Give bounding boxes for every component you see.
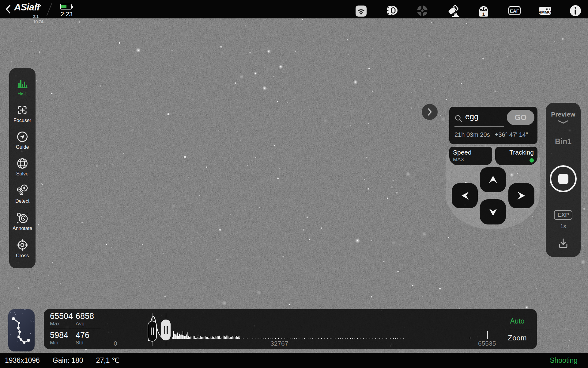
image-statistics: 65504Max 6858Avg 5984Min 476Std — [50, 312, 102, 346]
guide-camera-icon[interactable] — [415, 4, 429, 18]
histogram-icon — [16, 78, 28, 90]
sidebar-item-solve[interactable]: Solve — [16, 157, 28, 177]
capture-panel: Preview Bin1 EXP 1s — [546, 103, 581, 257]
stat-min-value: 5984 — [50, 331, 76, 340]
stat-avg-label: Avg — [76, 321, 101, 327]
histogram-panel: 65504Max 6858Avg 5984Min 476Std 0 32767 … — [44, 309, 537, 349]
wifi-station-icon[interactable] — [354, 4, 368, 18]
chevron-right-icon — [427, 108, 432, 116]
sidebar-label: Hist. — [17, 91, 27, 97]
slew-down-button[interactable] — [480, 199, 506, 224]
auto-zoom-divider — [503, 330, 532, 330]
tracking-toggle[interactable]: Tracking — [495, 147, 537, 165]
logo-wifi-arcs-icon — [34, 0, 42, 10]
sidebar-label: Detect — [15, 198, 29, 204]
crosshair-icon — [16, 239, 29, 251]
sidebar-item-guide[interactable]: Guide — [16, 131, 29, 150]
sidebar-label: Guide — [16, 144, 29, 150]
speed-value: MAX — [453, 157, 488, 163]
mode-selector[interactable]: Preview — [546, 111, 581, 118]
detect-stars-icon — [16, 184, 29, 197]
target-coordinates: 21h 03m 20s +36° 47' 14" — [454, 131, 528, 138]
coordinate-ra: 21h 03m 20s — [454, 131, 490, 138]
mount-telescope-icon[interactable] — [446, 4, 460, 18]
black-point-slider[interactable] — [148, 321, 157, 342]
goto-search-panel: GO 21h 03m 20s +36° 47' 14" — [449, 107, 537, 144]
speed-label: Speed — [453, 149, 488, 156]
sidebar-label: Solve — [16, 171, 28, 177]
sidebar-item-histogram[interactable]: Hist. — [16, 78, 28, 97]
sidebar-item-annotate[interactable]: Annotate — [13, 211, 32, 231]
tool-sidebar: Hist. Focuser Guide Solve Detect Annotat… — [9, 68, 36, 268]
tracking-label: Tracking — [499, 149, 534, 156]
topbar-divider — [46, 3, 52, 16]
sidebar-item-cross[interactable]: Cross — [16, 239, 29, 259]
arrow-right-icon — [517, 190, 526, 201]
axis-tick-max: 65535 — [478, 340, 496, 347]
sidebar-label: Cross — [16, 253, 29, 259]
main-camera-icon[interactable] — [385, 4, 399, 18]
bin-setting[interactable]: Bin1 — [546, 137, 581, 146]
logo-text-a: ASi — [14, 2, 29, 13]
search-icon — [454, 114, 462, 124]
chevron-down-icon — [557, 120, 569, 125]
back-icon[interactable] — [4, 4, 12, 14]
filter-wheel-icon[interactable]: 1 — [477, 4, 491, 18]
temperature-readout: 27,1 ℃ — [96, 356, 120, 365]
battery-icon — [60, 4, 72, 10]
svg-text:1: 1 — [482, 11, 485, 17]
stat-max-label: Max — [50, 321, 76, 327]
histogram-plot — [44, 309, 537, 349]
stats-divider — [50, 329, 101, 329]
zoom-histogram-button[interactable]: Zoom — [503, 334, 532, 342]
panel-collapse-button[interactable] — [422, 104, 438, 120]
sidebar-label: Focuser — [13, 118, 31, 123]
stat-min-label: Min — [50, 340, 76, 346]
annotate-galaxy-icon — [16, 211, 29, 224]
logo-text-b: air — [29, 2, 41, 13]
goto-button[interactable]: GO — [507, 110, 534, 125]
axis-tick-mid: 32767 — [270, 340, 288, 347]
solve-globe-icon — [16, 157, 28, 170]
stat-avg-value: 6858 — [76, 312, 101, 321]
asiair-app: ASiair 2.1 10.74 2:23 1 EAF — [0, 0, 588, 368]
svg-text:eMMC: eMMC — [539, 10, 551, 14]
stat-std-label: Std — [76, 340, 101, 346]
stop-exposure-button[interactable] — [550, 165, 577, 192]
app-version: 2.1 10.74 — [33, 14, 43, 24]
sidebar-item-focuser[interactable]: Focuser — [13, 104, 31, 123]
sky-atlas-thumbnail[interactable] — [8, 309, 35, 351]
arrow-up-icon — [488, 175, 498, 184]
speed-selector[interactable]: Speed MAX — [449, 147, 492, 165]
sidebar-label: Annotate — [13, 226, 32, 231]
save-download-icon[interactable] — [557, 237, 569, 251]
slew-up-button[interactable] — [480, 167, 506, 192]
white-point-slider[interactable] — [161, 320, 171, 340]
target-search-input[interactable] — [465, 112, 502, 121]
status-bar: 1936x1096 Gain: 180 27,1 ℃ Shooting — [0, 353, 588, 368]
constellation-icon — [8, 309, 35, 351]
top-bar: ASiair 2.1 10.74 2:23 1 EAF — [0, 0, 588, 18]
coordinate-dec: +36° 47' 14" — [495, 131, 528, 138]
focuser-icon — [16, 104, 28, 116]
axis-tick-0: 0 — [114, 340, 117, 347]
stat-max-value: 65504 — [50, 312, 76, 321]
gain-readout: Gain: 180 — [53, 356, 83, 365]
svg-text:EAF: EAF — [510, 8, 519, 13]
info-icon[interactable] — [568, 4, 582, 18]
slew-right-button[interactable] — [508, 183, 534, 208]
exposure-setting[interactable]: EXP — [554, 210, 572, 220]
battery-time: 2:23 — [61, 11, 78, 18]
auto-stretch-button[interactable]: Auto — [503, 317, 532, 325]
tracking-status-dot — [530, 158, 534, 163]
search-underline — [454, 126, 504, 127]
arrow-left-icon — [460, 190, 469, 201]
sidebar-item-detect[interactable]: Detect — [15, 184, 29, 204]
emmc-storage-icon[interactable]: eMMC — [538, 4, 552, 18]
eaf-focuser-icon[interactable]: EAF — [507, 4, 521, 18]
stop-square-icon — [558, 174, 568, 184]
asiair-logo: ASiair 2.1 10.74 — [14, 2, 41, 13]
arrow-down-icon — [488, 207, 498, 217]
image-resolution: 1936x1096 — [5, 356, 40, 365]
slew-left-button[interactable] — [452, 183, 478, 208]
